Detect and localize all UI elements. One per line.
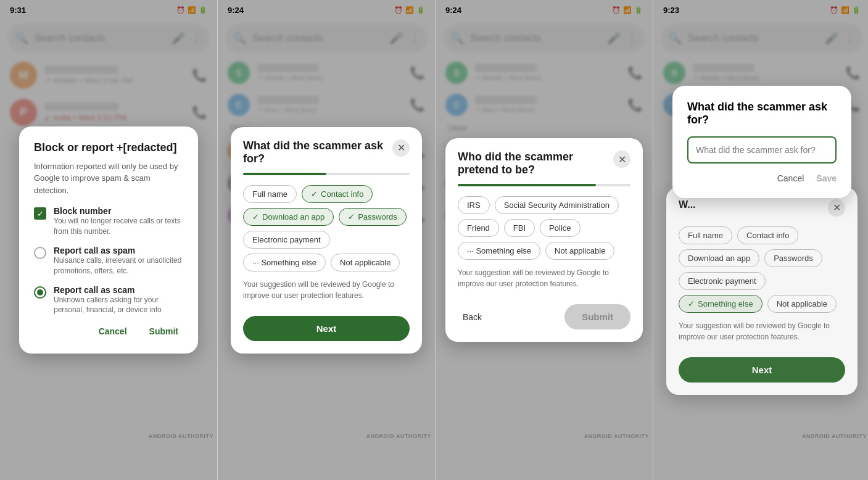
close-button-4[interactable]: ✕ <box>828 199 845 217</box>
opt-title: Block number <box>54 206 183 216</box>
option-text: Report call as spam Nuisance calls, irre… <box>54 246 183 276</box>
chip-full-name-4[interactable]: Full name <box>679 226 732 244</box>
phone-panel-4: 9:23 ⏰ 📶 🔋 🔍 Search contacts 🎤 ⋮ S ↗ Mob… <box>653 0 868 480</box>
scammer-actions: Next <box>231 311 422 354</box>
chip-label: Full name <box>688 231 723 240</box>
scammer-footer-4: Your suggestion will be reviewed by Goog… <box>666 313 858 352</box>
phone-panel-3: 9:24 ⏰ 📶 🔋 🔍 Search contacts 🎤 ⋮ S ↗ Mob… <box>436 0 653 480</box>
chip-passwords-4[interactable]: Passwords <box>764 249 822 267</box>
chip-download-app-4[interactable]: Download an app <box>679 249 759 267</box>
chip-label: Electronic payment <box>688 276 756 286</box>
chip-label: Full name <box>252 189 287 199</box>
chip-full-name[interactable]: Full name <box>243 185 297 203</box>
chip-download-app[interactable]: ✓Download an app <box>243 208 334 226</box>
dialog-overlay-2: What did the scammer ask for? ✕ Full nam… <box>218 0 435 480</box>
chip-label: Not applicable <box>340 258 391 267</box>
chip-label: Download an app <box>688 254 750 263</box>
chip-passwords[interactable]: ✓Passwords <box>339 208 407 226</box>
radio-scam[interactable] <box>34 286 46 299</box>
chip-label: FBI <box>513 223 526 233</box>
phone-panel-2: 9:24 ⏰ 📶 🔋 🔍 Search contacts 🎤 ⋮ S ↗ Mob… <box>218 0 435 480</box>
block-report-dialog: Block or report +[redacted] Information … <box>19 126 198 354</box>
option-report-scam[interactable]: Report call as scam Unknown callers aski… <box>34 285 183 316</box>
scammer-footer: Your suggestion will be reviewed by Goog… <box>231 271 422 311</box>
chip-label: Something else <box>698 299 753 308</box>
block-dialog-title: Block or report +[redacted] <box>34 141 183 154</box>
chip-friend[interactable]: Friend <box>458 219 499 237</box>
chip-label: IRS <box>467 201 481 210</box>
chip-contact-info-4[interactable]: Contact info <box>737 226 798 244</box>
chip-label: Passwords <box>774 254 813 263</box>
cancel-button-4[interactable]: Cancel <box>777 173 804 183</box>
chip-label: ··· Something else <box>252 258 316 267</box>
next-button[interactable]: Next <box>243 316 410 341</box>
option-text: Block number You will no longer receive … <box>54 206 183 237</box>
opt-title: Report call as spam <box>54 246 183 255</box>
scammer-chips-dialog-4: W... ✕ Full name Contact info Download a… <box>666 187 858 395</box>
scammer-footer-3: Your suggestion will be reviewed by Goog… <box>445 260 643 299</box>
option-text: Report call as scam Unknown callers aski… <box>54 285 183 316</box>
option-block-number[interactable]: ✓ Block number You will no longer receiv… <box>34 206 183 237</box>
chip-label: Friend <box>467 223 490 233</box>
chip-electronic-payment[interactable]: Electronic payment <box>243 231 330 249</box>
chip-not-applicable-4[interactable]: Not applicable <box>767 295 837 313</box>
chip-label: Contact info <box>321 189 363 199</box>
scammer-actions-4: Next <box>666 352 858 395</box>
option-report-spam[interactable]: Report call as spam Nuisance calls, irre… <box>34 246 183 276</box>
next-button-4[interactable]: Next <box>679 357 845 383</box>
chip-something-else[interactable]: ··· Something else <box>243 254 326 271</box>
chip-police[interactable]: Police <box>540 219 580 237</box>
scammer-text-input[interactable] <box>687 136 837 163</box>
chip-not-applicable[interactable]: Not applicable <box>331 254 400 271</box>
text-input-dialog: What did the scammer ask for? Cancel Sav… <box>672 86 851 198</box>
chip-label: ··· Something else <box>467 246 531 255</box>
chip-label: Police <box>549 223 571 233</box>
chips-container-3: IRS Social Security Administration Frien… <box>445 186 643 260</box>
dialog-overlay-4: What did the scammer ask for? Cancel Sav… <box>653 0 868 480</box>
dialog-overlay-3: Who did the scammer pretend to be? ✕ IRS… <box>436 0 653 480</box>
block-dialog-subtitle: Information reported will only be used b… <box>34 160 183 197</box>
opt-desc: Unknown callers asking for your personal… <box>54 295 183 316</box>
check-icon: ✓ <box>252 212 259 221</box>
close-button-3[interactable]: ✕ <box>613 151 630 168</box>
cancel-button[interactable]: Cancel <box>94 324 132 339</box>
chip-fbi[interactable]: FBI <box>504 219 535 237</box>
chips-container: Full name ✓Contact info ✓Download an app… <box>231 175 422 271</box>
check-icon: ✓ <box>348 212 355 221</box>
scammer-pretend-title: Who did the scammer pretend to be? <box>458 151 608 176</box>
chip-something-else-4[interactable]: ✓Something else <box>679 295 763 313</box>
chip-label: Not applicable <box>777 299 827 308</box>
radio-spam[interactable] <box>34 247 46 259</box>
opt-desc: You will no longer receive calls or text… <box>54 216 183 237</box>
chip-ssa[interactable]: Social Security Administration <box>495 196 619 214</box>
scammer-pretend-dialog: Who did the scammer pretend to be? ✕ IRS… <box>445 138 643 342</box>
chips-container-4: Full name Contact info Download an app P… <box>666 217 858 313</box>
chip-label: Social Security Administration <box>504 201 610 210</box>
chip-label: Download an app <box>262 212 324 221</box>
text-input-actions: Cancel Save <box>687 173 837 183</box>
chip-label: Not applicable <box>555 246 605 255</box>
scammer-title-4: W... <box>679 199 823 210</box>
dialog-overlay-1: Block or report +[redacted] Information … <box>0 0 217 480</box>
chip-not-applicable-3[interactable]: Not applicable <box>545 242 614 260</box>
chip-something-else-3[interactable]: ··· Something else <box>458 242 540 260</box>
scammer-dialog-header: What did the scammer ask for? ✕ <box>231 127 422 165</box>
opt-desc: Nuisance calls, irrelevant or unsolicite… <box>54 255 183 276</box>
chip-irs[interactable]: IRS <box>458 196 490 214</box>
opt-title: Report call as scam <box>54 285 183 295</box>
submit-button[interactable]: Submit <box>144 324 183 339</box>
save-button-4[interactable]: Save <box>816 173 837 183</box>
chip-label: Passwords <box>358 212 397 221</box>
chip-label: Electronic payment <box>252 235 321 244</box>
checkbox-block[interactable]: ✓ <box>34 207 46 220</box>
check-icon-4: ✓ <box>688 299 695 308</box>
chip-label: Contact info <box>746 231 789 240</box>
close-button[interactable]: ✕ <box>392 139 410 157</box>
chip-contact-info[interactable]: ✓Contact info <box>302 185 373 203</box>
back-button[interactable]: Back <box>458 307 487 327</box>
phone-panel-1: 9:31 ⏰ 📶 🔋 🔍 Search contacts 🎤 ⋮ M ↗ Mob… <box>0 0 217 480</box>
text-input-title: What did the scammer ask for? <box>687 101 837 126</box>
chip-electronic-payment-4[interactable]: Electronic payment <box>679 272 766 290</box>
submit-button-3[interactable]: Submit <box>564 304 630 329</box>
back-submit-actions: Back Submit <box>445 299 643 342</box>
